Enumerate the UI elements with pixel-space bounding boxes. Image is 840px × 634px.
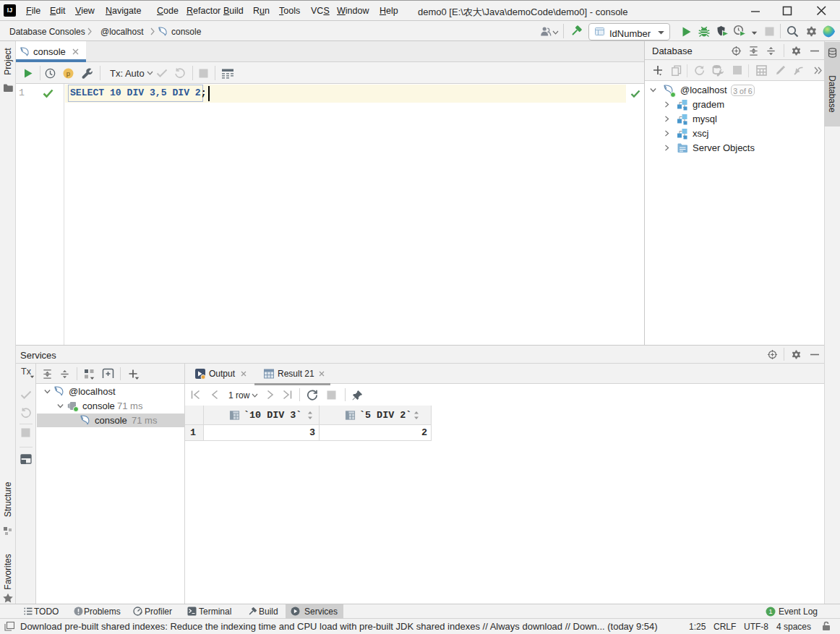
svg-text:1: 1 (768, 608, 772, 615)
svg-text:p: p (67, 69, 70, 77)
